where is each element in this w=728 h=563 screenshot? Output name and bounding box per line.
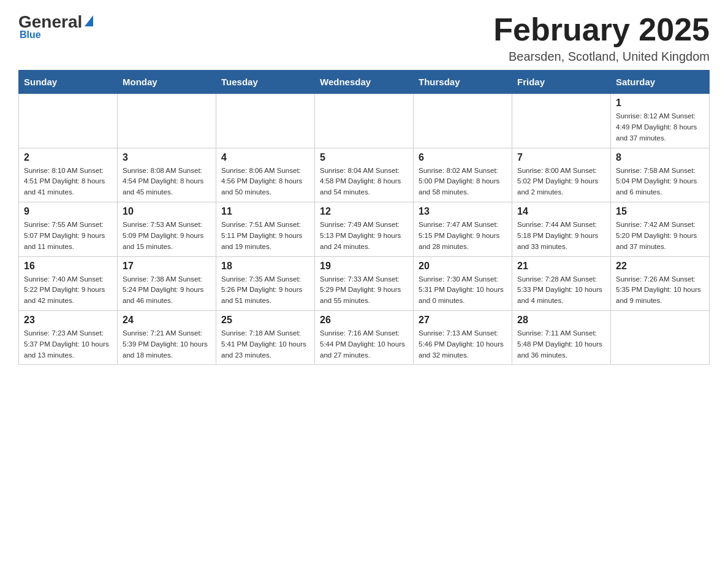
day-info: Sunrise: 7:38 AM Sunset: 5:24 PM Dayligh… [123, 274, 211, 307]
day-number: 26 [320, 315, 408, 326]
day-info: Sunrise: 7:11 AM Sunset: 5:48 PM Dayligh… [517, 328, 605, 361]
day-info: Sunrise: 7:18 AM Sunset: 5:41 PM Dayligh… [221, 328, 309, 361]
page-title: February 2025 [493, 12, 710, 47]
page-subtitle: Bearsden, Scotland, United Kingdom [493, 50, 710, 64]
day-number: 24 [123, 315, 211, 326]
day-number: 9 [24, 206, 112, 217]
weekday-header-sunday: Sunday [19, 71, 118, 94]
day-info: Sunrise: 8:10 AM Sunset: 4:51 PM Dayligh… [24, 166, 112, 198]
day-info: Sunrise: 7:33 AM Sunset: 5:29 PM Dayligh… [320, 274, 408, 307]
calendar-cell: 26Sunrise: 7:16 AM Sunset: 5:44 PM Dayli… [315, 310, 414, 364]
day-info: Sunrise: 7:53 AM Sunset: 5:09 PM Dayligh… [123, 220, 211, 252]
calendar-cell: 6Sunrise: 8:02 AM Sunset: 5:00 PM Daylig… [414, 148, 512, 202]
calendar-cell: 19Sunrise: 7:33 AM Sunset: 5:29 PM Dayli… [315, 256, 414, 310]
day-number: 4 [221, 152, 309, 163]
title-section: February 2025 Bearsden, Scotland, United… [493, 12, 710, 64]
weekday-header-wednesday: Wednesday [315, 71, 414, 94]
calendar-cell: 2Sunrise: 8:10 AM Sunset: 4:51 PM Daylig… [19, 148, 118, 202]
calendar-cell: 11Sunrise: 7:51 AM Sunset: 5:11 PM Dayli… [216, 202, 315, 256]
calendar-cell: 28Sunrise: 7:11 AM Sunset: 5:48 PM Dayli… [512, 310, 611, 364]
page-header: General Blue February 2025 Bearsden, Sco… [18, 12, 710, 64]
day-info: Sunrise: 8:08 AM Sunset: 4:54 PM Dayligh… [123, 166, 211, 198]
weekday-header-thursday: Thursday [414, 71, 512, 94]
day-number: 16 [24, 261, 112, 272]
day-info: Sunrise: 7:23 AM Sunset: 5:37 PM Dayligh… [24, 328, 112, 361]
weekday-header-tuesday: Tuesday [216, 71, 315, 94]
calendar-cell [611, 310, 710, 364]
calendar-cell: 22Sunrise: 7:26 AM Sunset: 5:35 PM Dayli… [611, 256, 710, 310]
day-number: 13 [419, 206, 507, 217]
calendar-cell: 10Sunrise: 7:53 AM Sunset: 5:09 PM Dayli… [118, 202, 216, 256]
calendar-cell: 17Sunrise: 7:38 AM Sunset: 5:24 PM Dayli… [118, 256, 216, 310]
day-info: Sunrise: 7:47 AM Sunset: 5:15 PM Dayligh… [419, 220, 507, 252]
day-number: 2 [24, 152, 112, 163]
day-number: 22 [616, 261, 704, 272]
day-number: 8 [616, 152, 704, 163]
day-info: Sunrise: 7:55 AM Sunset: 5:07 PM Dayligh… [24, 220, 112, 252]
calendar-cell: 20Sunrise: 7:30 AM Sunset: 5:31 PM Dayli… [414, 256, 512, 310]
weekday-row: SundayMondayTuesdayWednesdayThursdayFrid… [19, 71, 710, 94]
calendar-cell: 18Sunrise: 7:35 AM Sunset: 5:26 PM Dayli… [216, 256, 315, 310]
logo-triangle-icon [85, 15, 93, 26]
day-number: 17 [123, 261, 211, 272]
day-number: 1 [616, 98, 704, 109]
calendar-cell: 8Sunrise: 7:58 AM Sunset: 5:04 PM Daylig… [611, 148, 710, 202]
day-number: 20 [419, 261, 507, 272]
calendar-cell [216, 94, 315, 148]
calendar-cell [414, 94, 512, 148]
day-number: 21 [517, 261, 605, 272]
day-number: 6 [419, 152, 507, 163]
calendar-cell: 1Sunrise: 8:12 AM Sunset: 4:49 PM Daylig… [611, 94, 710, 148]
calendar-week-4: 16Sunrise: 7:40 AM Sunset: 5:22 PM Dayli… [19, 256, 710, 310]
day-info: Sunrise: 7:51 AM Sunset: 5:11 PM Dayligh… [221, 220, 309, 252]
calendar-cell: 15Sunrise: 7:42 AM Sunset: 5:20 PM Dayli… [611, 202, 710, 256]
day-info: Sunrise: 7:28 AM Sunset: 5:33 PM Dayligh… [517, 274, 605, 307]
day-number: 27 [419, 315, 507, 326]
calendar-cell [512, 94, 611, 148]
day-number: 23 [24, 315, 112, 326]
day-info: Sunrise: 7:40 AM Sunset: 5:22 PM Dayligh… [24, 274, 112, 307]
calendar-week-1: 1Sunrise: 8:12 AM Sunset: 4:49 PM Daylig… [19, 94, 710, 148]
calendar-cell: 16Sunrise: 7:40 AM Sunset: 5:22 PM Dayli… [19, 256, 118, 310]
day-info: Sunrise: 8:06 AM Sunset: 4:56 PM Dayligh… [221, 166, 309, 198]
logo-blue-text: Blue [20, 29, 41, 40]
calendar-cell: 5Sunrise: 8:04 AM Sunset: 4:58 PM Daylig… [315, 148, 414, 202]
weekday-header-saturday: Saturday [611, 71, 710, 94]
calendar-cell: 25Sunrise: 7:18 AM Sunset: 5:41 PM Dayli… [216, 310, 315, 364]
calendar-cell: 7Sunrise: 8:00 AM Sunset: 5:02 PM Daylig… [512, 148, 611, 202]
calendar-cell: 24Sunrise: 7:21 AM Sunset: 5:39 PM Dayli… [118, 310, 216, 364]
day-info: Sunrise: 7:44 AM Sunset: 5:18 PM Dayligh… [517, 220, 605, 252]
day-info: Sunrise: 7:21 AM Sunset: 5:39 PM Dayligh… [123, 328, 211, 361]
day-number: 14 [517, 206, 605, 217]
day-number: 10 [123, 206, 211, 217]
day-number: 28 [517, 315, 605, 326]
calendar-cell: 3Sunrise: 8:08 AM Sunset: 4:54 PM Daylig… [118, 148, 216, 202]
day-number: 25 [221, 315, 309, 326]
day-number: 7 [517, 152, 605, 163]
day-info: Sunrise: 7:49 AM Sunset: 5:13 PM Dayligh… [320, 220, 408, 252]
day-number: 18 [221, 261, 309, 272]
calendar-cell [118, 94, 216, 148]
calendar-cell: 27Sunrise: 7:13 AM Sunset: 5:46 PM Dayli… [414, 310, 512, 364]
calendar-cell: 13Sunrise: 7:47 AM Sunset: 5:15 PM Dayli… [414, 202, 512, 256]
day-info: Sunrise: 7:26 AM Sunset: 5:35 PM Dayligh… [616, 274, 704, 307]
calendar-cell: 14Sunrise: 7:44 AM Sunset: 5:18 PM Dayli… [512, 202, 611, 256]
day-number: 15 [616, 206, 704, 217]
day-info: Sunrise: 7:58 AM Sunset: 5:04 PM Dayligh… [616, 166, 704, 198]
calendar-header: SundayMondayTuesdayWednesdayThursdayFrid… [19, 71, 710, 94]
calendar-table: SundayMondayTuesdayWednesdayThursdayFrid… [18, 70, 710, 365]
calendar-cell: 21Sunrise: 7:28 AM Sunset: 5:33 PM Dayli… [512, 256, 611, 310]
day-number: 5 [320, 152, 408, 163]
day-info: Sunrise: 8:04 AM Sunset: 4:58 PM Dayligh… [320, 166, 408, 198]
day-number: 12 [320, 206, 408, 217]
day-info: Sunrise: 7:42 AM Sunset: 5:20 PM Dayligh… [616, 220, 704, 252]
day-info: Sunrise: 8:00 AM Sunset: 5:02 PM Dayligh… [517, 166, 605, 198]
weekday-header-friday: Friday [512, 71, 611, 94]
calendar-cell: 9Sunrise: 7:55 AM Sunset: 5:07 PM Daylig… [19, 202, 118, 256]
calendar-body: 1Sunrise: 8:12 AM Sunset: 4:49 PM Daylig… [19, 94, 710, 365]
day-number: 19 [320, 261, 408, 272]
day-info: Sunrise: 7:30 AM Sunset: 5:31 PM Dayligh… [419, 274, 507, 307]
day-info: Sunrise: 7:16 AM Sunset: 5:44 PM Dayligh… [320, 328, 408, 361]
day-info: Sunrise: 7:35 AM Sunset: 5:26 PM Dayligh… [221, 274, 309, 307]
calendar-week-2: 2Sunrise: 8:10 AM Sunset: 4:51 PM Daylig… [19, 148, 710, 202]
